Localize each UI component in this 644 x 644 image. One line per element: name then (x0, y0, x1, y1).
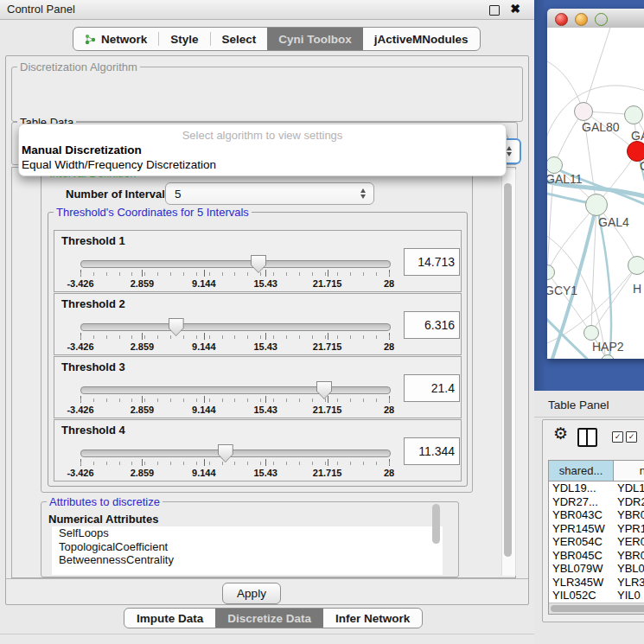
threshold-value-field[interactable]: 21.4 (404, 374, 460, 402)
threshold-slider-2[interactable]: -3.4262.8599.14415.4321.71528 (80, 318, 389, 353)
float-window-icon[interactable] (489, 5, 500, 16)
apply-row: Apply (6, 578, 528, 604)
cell-shared-name: YBL079W (549, 562, 614, 576)
algorithm-placeholder-option[interactable]: Select algorithm to view settings (19, 129, 506, 142)
table-row[interactable]: YDL19...YDL1 (549, 481, 644, 495)
algorithm-option-equal-width[interactable]: Equal Width/Frequency Discretization (22, 158, 216, 171)
table-row[interactable]: YIL052CYIL0 (549, 589, 644, 603)
tab-style[interactable]: Style (159, 28, 209, 50)
numerical-attributes-list[interactable]: SelfLoopsTopologicalCoefficientBetweenne… (52, 526, 443, 575)
network-node-gal80[interactable] (574, 102, 593, 121)
table-row[interactable]: YLR345WYLR3 (549, 576, 644, 590)
close-icon[interactable]: ✖ (510, 2, 520, 16)
table-row[interactable]: YBR045CYBR0 (549, 549, 644, 563)
cell-shared-name: YPR145W (549, 522, 614, 536)
threshold-panel-1: Threshold 1-3.4262.8599.14415.4321.71528… (54, 230, 462, 292)
table-horizontal-scrollbar[interactable] (549, 603, 644, 614)
tick-label: 21.715 (313, 341, 342, 352)
tick-label: 9.144 (192, 468, 216, 478)
network-node-hap2[interactable] (583, 325, 599, 341)
tab-cyni-toolbox[interactable]: Cyni Toolbox (267, 28, 363, 50)
settings-scrollpane: Interval Definition Number of Intervals … (11, 167, 516, 578)
tab-jactivemnodules[interactable]: jActiveMNodules (363, 28, 480, 50)
close-window-icon[interactable] (555, 13, 568, 26)
algorithm-section-title: Discretization Algorithm (17, 61, 140, 73)
column-header-shared-name[interactable]: shared... (549, 461, 614, 481)
attributes-list-scrollbar[interactable] (432, 504, 441, 549)
list-item[interactable]: SelfLoops (52, 526, 443, 540)
tab-network[interactable]: Network (73, 28, 158, 50)
split-view-icon[interactable] (577, 428, 597, 447)
threshold-label: Threshold 4 (61, 424, 125, 437)
table-row[interactable]: YPR145WYPR1 (549, 522, 644, 536)
slider-track[interactable] (80, 323, 391, 331)
threshold-label: Threshold 2 (61, 297, 125, 310)
cell-name: YDL1 (614, 481, 644, 495)
gear-icon[interactable]: ⚙ (553, 424, 568, 443)
cell-shared-name: YBR043C (549, 508, 614, 522)
tab-infer-network[interactable]: Infer Network (323, 609, 422, 628)
zoom-window-icon[interactable] (595, 13, 608, 26)
list-item[interactable]: BetweennessCentrality (52, 553, 443, 567)
tick-label: 15.43 (253, 468, 277, 478)
threshold-label: Threshold 3 (61, 360, 125, 373)
tick-label: 2.859 (131, 405, 155, 415)
column-header-name[interactable]: na (614, 461, 644, 481)
cell-shared-name: YDR27... (549, 495, 614, 509)
slider-track[interactable] (80, 386, 391, 394)
slider-minor-ticks (80, 272, 390, 276)
tick-label: -3.426 (67, 278, 93, 289)
network-icon (85, 34, 96, 45)
num-intervals-value: 5 (175, 188, 182, 201)
control-panel-tabbar: NetworkStyleSelectCyni ToolboxjActiveMNo… (73, 27, 481, 51)
tab-impute-data[interactable]: Impute Data (124, 609, 215, 628)
tick-label: 28 (384, 405, 394, 415)
control-panel-titlebar: Control Panel ✖ (0, 0, 534, 20)
threshold-value-field[interactable]: 6.316 (404, 311, 460, 339)
threshold-value-field[interactable]: 11.344 (404, 437, 460, 465)
tab-select[interactable]: Select (211, 28, 268, 50)
minimize-window-icon[interactable] (575, 13, 588, 26)
cell-name: YDR2 (614, 495, 644, 509)
cell-shared-name: YBR045C (549, 549, 614, 563)
network-node-ga[interactable] (624, 105, 643, 124)
tab-discretize-data[interactable]: Discretize Data (215, 609, 323, 628)
threshold-panel-3: Threshold 3-3.4262.8599.14415.4321.71528… (54, 356, 462, 418)
threshold-slider-1[interactable]: -3.4262.8599.14415.4321.71528 (80, 255, 389, 290)
algorithm-option-manual[interactable]: Manual Discretization (22, 143, 142, 156)
network-node-gal4[interactable] (585, 194, 608, 216)
network-canvas[interactable]: GAL80GACGAL11GAL4GCY1HHAP2 (547, 28, 644, 359)
node-label: GAL11 (547, 172, 583, 186)
slider-track[interactable] (80, 260, 391, 268)
table-row[interactable]: YBL079WYBL0 (549, 562, 644, 576)
tick-label: -3.426 (67, 468, 93, 478)
control-panel: Control Panel ✖ NetworkStyleSelectCyni T… (0, 0, 534, 644)
slider-track[interactable] (80, 450, 391, 457)
tick-label: 21.715 (313, 405, 342, 415)
attributes-title: Attributes to discretize (47, 495, 163, 508)
tab-label: Impute Data (137, 612, 203, 625)
threshold-slider-4[interactable]: -3.4262.8599.14415.4321.71528 (80, 444, 389, 479)
table-scrollbar-thumb[interactable] (551, 605, 644, 612)
num-intervals-combo[interactable]: 5 (165, 182, 374, 205)
threshold-value-field[interactable]: 14.713 (404, 248, 460, 276)
divider (534, 417, 644, 418)
table-row[interactable]: YER054CYER0 (549, 535, 644, 549)
tick-label: -3.426 (67, 341, 93, 352)
threshold-slider-3[interactable]: -3.4262.8599.14415.4321.71528 (80, 381, 389, 416)
apply-button[interactable]: Apply (222, 583, 281, 604)
checkbox-icon[interactable]: ✓ (626, 431, 637, 443)
settings-scrollbar-thumb[interactable] (504, 183, 512, 557)
attributes-section: Attributes to discretize Numerical Attri… (41, 501, 459, 577)
list-item[interactable]: TopologicalCoefficient (52, 540, 443, 554)
tick-label: 15.43 (253, 405, 277, 415)
algorithm-section: Discretization Algorithm (11, 67, 523, 122)
settings-scrollbar[interactable] (501, 169, 516, 576)
network-node-h[interactable] (628, 256, 644, 275)
cell-shared-name: YER054C (549, 535, 614, 549)
slider-minor-ticks (80, 399, 390, 402)
table-row[interactable]: YBR043CYBR0 (549, 508, 644, 522)
threshold-panel-4: Threshold 4-3.4262.8599.14415.4321.71528… (54, 419, 462, 481)
table-row[interactable]: YDR27...YDR2 (549, 495, 644, 509)
checkbox-icon[interactable]: ✓ (612, 431, 623, 443)
